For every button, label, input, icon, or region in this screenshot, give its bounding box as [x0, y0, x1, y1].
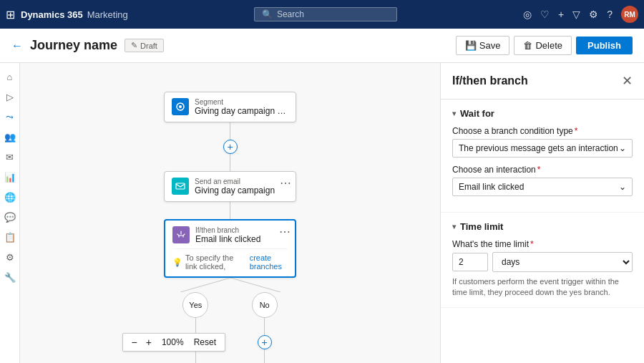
condition-type-chevron-icon: ⌄ [619, 143, 626, 153]
required-star-1: * [575, 126, 578, 136]
hint-text: To specify the link clicked, [185, 253, 247, 271]
filter-icon[interactable]: ▽ [572, 9, 580, 20]
sidebar-home-icon[interactable]: ⌂ [2, 69, 18, 84]
yes-branch: Yes + 🏁 Exit [182, 292, 208, 363]
left-sidebar: ⌂ ▷ ⤳ 👥 ✉ 📊 🌐 💬 📋 ⚙ 🔧 [0, 63, 20, 363]
avatar[interactable]: RM [621, 6, 638, 23]
wait-for-chevron-icon: ▾ [452, 110, 456, 117]
branch-node-header: If/then branch Email link clicked [172, 226, 288, 244]
search-icon: 🔍 [262, 9, 273, 19]
sidebar-play-icon[interactable]: ▷ [2, 89, 18, 105]
waffle-icon[interactable]: ⊞ [6, 8, 15, 21]
condition-type-select[interactable]: The previous message gets an interaction… [452, 139, 633, 158]
branch-node-hint: 💡 To specify the link clicked, create br… [172, 248, 288, 271]
zoom-controls: − + 100% Reset [122, 333, 225, 352]
email-node-wrapper: Send an email Giving day campaign ⋯ [164, 171, 296, 219]
help-icon[interactable]: ? [607, 9, 613, 20]
time-limit-help: If customers perform the event trigger w… [452, 276, 633, 299]
canvas-area: Segment Giving day campaign audience + [20, 63, 440, 363]
panel-title: If/then branch [452, 74, 528, 87]
email-node-type: Send an email [195, 178, 288, 185]
segment-node-header: Segment Giving day campaign audience [172, 98, 288, 116]
search-bar[interactable]: 🔍 Search [254, 7, 397, 21]
settings-icon[interactable]: ⚙ [589, 9, 598, 20]
feedback-icon[interactable]: ◎ [523, 9, 532, 20]
email-node-header: Send an email Giving day campaign [172, 178, 288, 195]
no-branch: No + 🏁 Exit [252, 292, 278, 363]
email-node-more-button[interactable]: ⋯ [280, 176, 291, 190]
branch-node[interactable]: If/then branch Email link clicked ⋯ 💡 To… [164, 219, 296, 278]
segment-node-info: Segment Giving day campaign audience [195, 98, 288, 116]
segment-node-type: Segment [195, 98, 288, 106]
zoom-reset-button[interactable]: Reset [191, 337, 219, 347]
zoom-out-button[interactable]: − [129, 337, 140, 348]
wait-for-section: ▾ Wait for Choose a branch condition typ… [441, 100, 644, 213]
sidebar-people-icon[interactable]: 👥 [2, 129, 18, 145]
interaction-select[interactable]: Email link clicked ⌄ [452, 178, 633, 196]
panel-close-button[interactable]: ✕ [622, 73, 633, 89]
email-node[interactable]: Send an email Giving day campaign ⋯ [164, 171, 296, 202]
zoom-in-button[interactable]: + [143, 337, 155, 348]
no-connector-2 [264, 349, 265, 363]
new-icon[interactable]: + [558, 9, 564, 20]
no-add-button[interactable]: + [258, 335, 272, 349]
segment-node[interactable]: Segment Giving day campaign audience [164, 92, 296, 122]
interaction-label: Choose an interaction * [452, 165, 633, 175]
branch-node-type: If/then branch [195, 226, 288, 234]
nav-icons: ◎ ♡ + ▽ ⚙ ? RM [523, 6, 638, 23]
segment-node-icon [172, 98, 189, 115]
time-limit-section: ▾ Time limit What's the time limit * day… [441, 213, 644, 308]
condition-type-value: The previous message gets an interaction [459, 143, 618, 153]
branch-node-name: Email link clicked [195, 234, 288, 244]
svg-point-1 [179, 105, 182, 108]
back-button[interactable]: ← [11, 39, 23, 52]
publish-button[interactable]: Publish [576, 37, 633, 54]
sub-header-left: ← Journey name ✎ Draft [11, 38, 164, 53]
panel-header: If/then branch ✕ [441, 63, 644, 100]
sidebar-globe-icon[interactable]: 🌐 [2, 189, 18, 205]
email-node-name: Giving day campaign [195, 185, 288, 195]
create-branches-link[interactable]: create branches [250, 253, 288, 271]
branch-columns: Yes + 🏁 Exit No + [182, 292, 278, 363]
time-unit-select[interactable]: days hours [492, 252, 633, 272]
branch-split-svg [123, 278, 338, 292]
draft-badge: ✎ Draft [125, 39, 164, 52]
branch-node-wrapper: If/then branch Email link clicked ⋯ 💡 To… [164, 219, 296, 278]
branch-node-more-button[interactable]: ⋯ [279, 225, 291, 238]
save-button[interactable]: 💾 Save [456, 36, 510, 55]
sidebar-form-icon[interactable]: 📋 [2, 229, 18, 245]
sub-header-right: 💾 Save 🗑 Delete Publish [456, 36, 633, 55]
wait-for-header[interactable]: ▾ Wait for [452, 108, 633, 119]
sidebar-tools-icon[interactable]: 🔧 [2, 269, 18, 285]
draft-icon: ✎ [131, 41, 137, 50]
delete-button[interactable]: 🗑 Delete [514, 36, 572, 55]
time-limit-header[interactable]: ▾ Time limit [452, 221, 633, 232]
svg-rect-2 [176, 183, 185, 189]
time-limit-chevron-icon: ▾ [452, 223, 456, 231]
nav-logo: Dynamics 365 Marketing [21, 9, 128, 20]
condition-type-label: Choose a branch condition type * [452, 126, 633, 136]
sidebar-mail-icon[interactable]: ✉ [2, 149, 18, 165]
interaction-value: Email link clicked [459, 182, 524, 192]
favorites-icon[interactable]: ♡ [540, 9, 550, 20]
wait-for-label: Wait for [460, 108, 494, 119]
segment-node-wrapper: Segment Giving day campaign audience + [164, 92, 296, 171]
sub-header: ← Journey name ✎ Draft 💾 Save 🗑 Delete P… [0, 29, 644, 63]
sidebar-settings2-icon[interactable]: ⚙ [2, 249, 18, 265]
add-after-segment-button[interactable]: + [223, 140, 238, 154]
main-layout: ⌂ ▷ ⤳ 👥 ✉ 📊 🌐 💬 📋 ⚙ 🔧 Segment [0, 63, 644, 363]
segment-node-name: Giving day campaign audience [195, 106, 288, 116]
svg-line-3 [180, 278, 230, 292]
sidebar-chart-icon[interactable]: 📊 [2, 169, 18, 185]
branch-split-container [123, 278, 338, 292]
draft-label: Draft [140, 42, 157, 50]
email-node-icon [172, 178, 189, 195]
required-star-2: * [537, 165, 541, 175]
sidebar-journey-icon[interactable]: ⤳ [2, 109, 18, 125]
page-title: Journey name [30, 38, 117, 53]
limit-label: What's the time limit * [452, 239, 633, 249]
time-limit-input[interactable] [452, 253, 488, 271]
journey-canvas: Segment Giving day campaign audience + [20, 63, 440, 363]
right-panel: If/then branch ✕ ▾ Wait for Choose a bra… [440, 63, 644, 363]
sidebar-chat-icon[interactable]: 💬 [2, 209, 18, 225]
